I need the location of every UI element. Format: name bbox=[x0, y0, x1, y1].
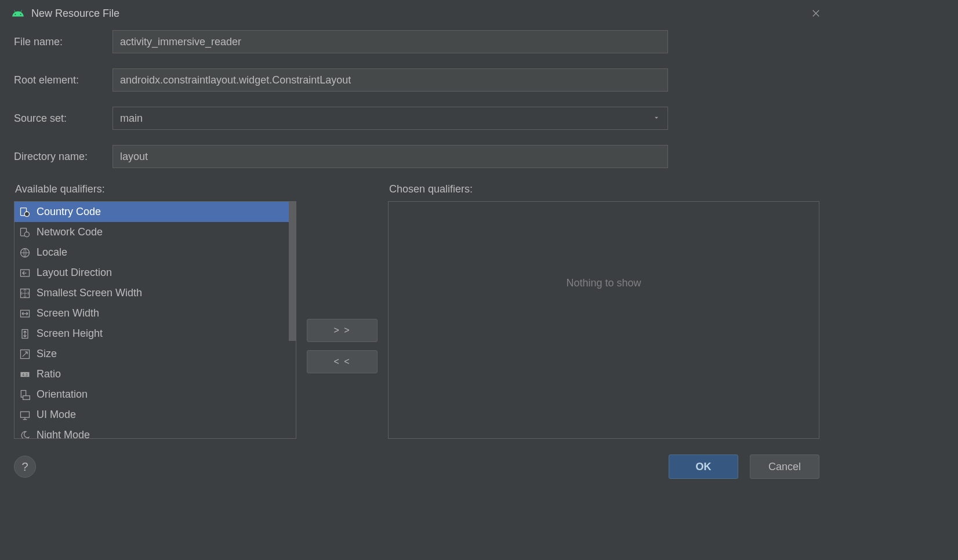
directory-name-row: Directory name: bbox=[14, 145, 819, 168]
moon-icon bbox=[19, 430, 31, 439]
qualifier-item[interactable]: Smallest Screen Width bbox=[14, 283, 296, 303]
arrow-left-box-icon bbox=[19, 267, 31, 279]
chosen-qualifiers-column: Chosen qualifiers: Nothing to show bbox=[388, 183, 819, 439]
root-element-input[interactable] bbox=[113, 68, 668, 92]
arrow-h-icon bbox=[19, 308, 31, 319]
arrow-v-icon bbox=[19, 328, 31, 340]
source-set-row: Source set: main bbox=[14, 107, 819, 130]
globe-icon bbox=[19, 247, 31, 259]
available-qualifiers-list[interactable]: Country CodeNetwork CodeLocaleLayout Dir… bbox=[14, 201, 296, 439]
add-qualifier-button[interactable]: > > bbox=[307, 319, 378, 342]
footer-buttons: OK Cancel bbox=[669, 454, 819, 479]
svg-rect-14 bbox=[21, 412, 30, 417]
qualifier-item-label: Locale bbox=[37, 246, 67, 259]
file-name-row: File name: bbox=[14, 30, 819, 53]
form-area: File name: Root element: Source set: mai… bbox=[0, 30, 833, 168]
qualifier-item[interactable]: Network Code bbox=[14, 222, 296, 242]
qualifier-item[interactable]: Screen Width bbox=[14, 303, 296, 323]
qualifier-item-label: Layout Direction bbox=[37, 267, 112, 279]
directory-name-input[interactable] bbox=[113, 145, 668, 168]
android-icon bbox=[12, 7, 24, 20]
expand-arrows-icon bbox=[19, 288, 31, 299]
available-qualifiers-label: Available qualifiers: bbox=[14, 183, 296, 195]
qualifier-item-label: Orientation bbox=[37, 388, 88, 401]
help-button[interactable]: ? bbox=[14, 456, 36, 478]
qualifier-item-label: Network Code bbox=[37, 226, 103, 238]
qualifier-item[interactable]: UI Mode bbox=[14, 405, 296, 425]
sim-globe-icon bbox=[19, 206, 31, 218]
svg-point-3 bbox=[24, 232, 29, 237]
diag-arrow-icon bbox=[19, 348, 31, 360]
source-set-value: main bbox=[120, 112, 143, 125]
file-name-input[interactable] bbox=[113, 30, 668, 53]
directory-name-label: Directory name: bbox=[14, 151, 113, 163]
qualifier-item[interactable]: Orientation bbox=[14, 384, 296, 405]
help-icon: ? bbox=[21, 460, 28, 474]
ratio-icon: 4:3 bbox=[19, 369, 31, 380]
chosen-empty-text: Nothing to show bbox=[566, 277, 641, 289]
orientation-icon bbox=[19, 389, 31, 401]
qualifiers-section: Available qualifiers: Country CodeNetwor… bbox=[0, 183, 833, 439]
sim-globe-icon bbox=[19, 227, 31, 238]
dialog-title: New Resource File bbox=[31, 8, 119, 20]
qualifier-item[interactable]: Layout Direction bbox=[14, 263, 296, 283]
monitor-icon bbox=[19, 409, 31, 421]
qualifier-item[interactable]: Night Mode bbox=[14, 425, 296, 438]
qualifier-item-label: Screen Height bbox=[37, 328, 103, 340]
svg-text:4:3: 4:3 bbox=[22, 372, 28, 376]
qualifier-item[interactable]: Screen Height bbox=[14, 323, 296, 344]
svg-rect-13 bbox=[23, 395, 30, 399]
chosen-qualifiers-label: Chosen qualifiers: bbox=[388, 183, 819, 195]
close-button[interactable] bbox=[810, 8, 822, 19]
remove-qualifier-button[interactable]: < < bbox=[307, 350, 378, 373]
available-qualifiers-column: Available qualifiers: Country CodeNetwor… bbox=[14, 183, 296, 439]
transfer-buttons: > > < < bbox=[307, 183, 378, 439]
qualifier-item[interactable]: Size bbox=[14, 344, 296, 364]
chosen-qualifiers-list[interactable]: Nothing to show bbox=[388, 201, 819, 439]
source-set-label: Source set: bbox=[14, 112, 113, 125]
title-left: New Resource File bbox=[12, 7, 119, 20]
qualifier-item-label: Smallest Screen Width bbox=[37, 287, 142, 299]
qualifier-item-label: Ratio bbox=[37, 368, 61, 380]
new-resource-dialog: New Resource File File name: Root elemen… bbox=[0, 0, 833, 487]
qualifier-item-label: Night Mode bbox=[37, 429, 90, 438]
chevron-down-icon bbox=[652, 112, 661, 125]
qualifier-item-label: Screen Width bbox=[37, 307, 99, 319]
qualifier-item[interactable]: 4:3Ratio bbox=[14, 364, 296, 384]
qualifier-item[interactable]: Locale bbox=[14, 242, 296, 263]
qualifier-item-label: Size bbox=[37, 348, 57, 360]
scrollbar[interactable] bbox=[289, 202, 296, 341]
qualifier-item[interactable]: Country Code bbox=[14, 202, 296, 222]
root-element-row: Root element: bbox=[14, 68, 819, 92]
file-name-label: File name: bbox=[14, 36, 113, 48]
qualifier-item-label: UI Mode bbox=[37, 409, 76, 421]
svg-point-1 bbox=[24, 212, 29, 216]
qualifier-item-label: Country Code bbox=[37, 206, 101, 218]
root-element-label: Root element: bbox=[14, 74, 113, 86]
cancel-button[interactable]: Cancel bbox=[750, 454, 819, 479]
dialog-footer: ? OK Cancel bbox=[14, 454, 819, 479]
ok-button[interactable]: OK bbox=[669, 454, 738, 479]
source-set-dropdown[interactable]: main bbox=[113, 107, 668, 130]
title-bar: New Resource File bbox=[0, 0, 833, 30]
